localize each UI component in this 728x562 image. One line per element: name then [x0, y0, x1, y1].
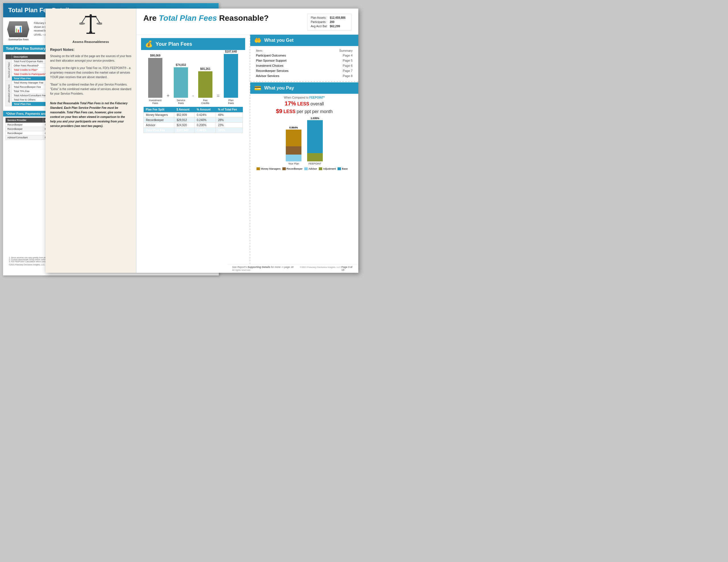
- summarize-label: Summarize Fees: [7, 38, 30, 41]
- stats-row: Avg Acct Bal: $62,299: [311, 24, 348, 28]
- row-name: Advisor: [144, 123, 174, 128]
- svg-point-2: [90, 14, 92, 16]
- bar-service-fees: $74,832 ServiceFees: [171, 63, 191, 105]
- service-bar: [174, 67, 188, 98]
- item-page: Page 8: [322, 73, 355, 78]
- list-item: Participant Outcomes Page 4: [254, 53, 355, 58]
- plus-operator: +: [166, 93, 171, 99]
- item-name: Plan Sponsor Support: [254, 58, 322, 63]
- overlay-page: Assess Reasonableness Report Notes: Show…: [45, 9, 358, 273]
- service-value: $74,832: [176, 63, 186, 67]
- main-header: Are Total Plan Fees Reasonable? Plan Ass…: [137, 9, 358, 35]
- title-plain: Are: [143, 14, 159, 22]
- hex-icon: 📊: [7, 21, 29, 37]
- row-pct-total: 49%: [216, 113, 243, 118]
- plan-fees-bar: [224, 54, 238, 98]
- table-row: Recordkeeper $29,912 0.240% 28%: [144, 118, 243, 123]
- item-page: Page 5: [322, 58, 355, 63]
- plan-assets-label: Plan Assets:: [311, 16, 330, 20]
- feepoint-label: FEEPOINT*: [309, 96, 325, 99]
- item-col-header: Item:: [254, 48, 322, 53]
- svg-rect-0: [90, 16, 92, 32]
- bar-investment-fees: $98,069 InvestmentFees: [146, 54, 165, 105]
- bar-chart: $98,069 InvestmentFees + $74,832 Service…: [143, 53, 243, 105]
- scales-icon: [79, 13, 102, 39]
- svg-point-6: [96, 22, 102, 25]
- row-amount: $52,809: [174, 113, 195, 118]
- supporting-text: See Report's Supporting Details for more…: [232, 266, 294, 269]
- list-item: Investment Choices Page 6: [254, 63, 355, 68]
- hand-icon: 🤲: [254, 37, 261, 44]
- adv-legend-label: Advisor: [309, 167, 317, 170]
- what-you-pay-header: 💳 What you Pay: [250, 82, 358, 94]
- your-plan-fees-header: 💰 Your Plan Fees: [141, 38, 245, 50]
- plan-fee-table-container: Plan Fee Split $ Amount % Amount % of To…: [141, 107, 245, 135]
- mm-swatch: [257, 167, 260, 170]
- adj-legend-label: Adjustment: [323, 167, 336, 170]
- item-page: Page 6: [322, 63, 355, 68]
- row-name: Money Managers: [144, 113, 174, 118]
- right-panels: 🤲 What you Get Item: Summary: [250, 35, 358, 273]
- note-italic: Note that Reasonable Total Plan Fees is …: [50, 101, 131, 129]
- col-pct-total: % of Total Fee: [216, 107, 243, 113]
- plan-stats-table: Plan Assets: $12,459,886 Participants: 2…: [311, 16, 348, 28]
- rk-legend-label: Recordkeeper: [287, 167, 303, 170]
- investment-value: $98,069: [150, 54, 160, 57]
- total-pct-total: 100%: [216, 128, 243, 133]
- list-item: Plan Sponsor Support Page 5: [254, 58, 355, 63]
- svg-point-5: [79, 22, 85, 25]
- what-you-pay-title: What you Pay: [264, 86, 294, 91]
- table-row: Money Managers $52,809 0.424% 49%: [144, 113, 243, 118]
- row-pct-amount: 0.424%: [195, 113, 216, 118]
- title-end: Reasonable?: [217, 14, 269, 22]
- what-you-get-panel: 🤲 What you Get Item: Summary: [250, 35, 358, 81]
- note-3: "Base" is the combined median fee of you…: [50, 82, 131, 96]
- total-amount: $107,640: [174, 128, 195, 133]
- stats-row: Plan Assets: $12,459,886: [311, 16, 348, 20]
- source-label: Source of Fees: [6, 59, 12, 81]
- legend-advisor: Advisor: [304, 167, 317, 170]
- investment-label: InvestmentFees: [149, 99, 162, 105]
- credits-value: $65,261: [200, 67, 210, 71]
- row-amount: $24,920: [174, 123, 195, 128]
- table-header-row: Plan Fee Split $ Amount % Amount % of To…: [144, 107, 243, 113]
- legend-money-managers: Money Managers: [257, 167, 281, 170]
- base-legend-label: Base: [342, 167, 348, 170]
- what-you-get-header: 🤲 What you Get: [250, 35, 358, 46]
- plan-stats-box: Plan Assets: $12,459,886 Participants: 2…: [307, 14, 351, 30]
- item-page: Page 4: [322, 53, 355, 58]
- assess-label: Assess Reasonableness: [73, 40, 109, 43]
- equals-operator: =: [216, 93, 221, 99]
- feepoint-bar-group: 1.035% FEEPOINT: [307, 117, 323, 165]
- what-you-get-title: What you Get: [264, 38, 293, 43]
- row-pct-total: 23%: [216, 123, 243, 128]
- main-body: 💰 Your Plan Fees $98,069 InvestmentFees: [137, 35, 358, 273]
- investment-bar: [148, 58, 162, 98]
- get-header-row: Item: Summary: [254, 48, 355, 53]
- total-fee-row: Total Plan Fee $107,640 0.864% 100%: [144, 128, 243, 133]
- item-name: Participant Outcomes: [254, 53, 322, 58]
- list-item: Advisor Services Page 8: [254, 73, 355, 78]
- footer-bar: See Report's Supporting Details for more…: [227, 264, 358, 273]
- col-split: Plan Fee Split: [144, 107, 174, 113]
- participants-label: Participants:: [311, 20, 330, 24]
- legend-recordkeeper: Recordkeeper: [282, 167, 303, 170]
- mm-bar-seg: [286, 130, 301, 146]
- bar-chart-container: $98,069 InvestmentFees + $74,832 Service…: [141, 50, 245, 106]
- svg-rect-8: [86, 33, 95, 34]
- base-swatch: [338, 167, 341, 170]
- stats-row: Participants: 200: [311, 20, 348, 24]
- base-bar-seg: [307, 120, 323, 153]
- stat-less-1: LESS: [297, 101, 309, 106]
- your-plan-stack: [286, 130, 301, 161]
- minus-operator: -: [191, 93, 195, 99]
- pay-comparison-chart: 0.864% Your Plan 1.035%: [254, 116, 355, 166]
- title-highlight: Total Plan Fees: [159, 14, 217, 22]
- bar-fee-credits: $65,261 FeeCredits: [196, 67, 215, 105]
- svg-rect-7: [89, 32, 92, 33]
- what-you-get-content: Item: Summary Participant Outcomes Page …: [250, 46, 358, 81]
- compared-text: When Compared to FEEPOINT*: [254, 96, 355, 99]
- participants-value: 200: [330, 20, 348, 24]
- your-plan-bar-group: 0.864% Your Plan: [286, 126, 301, 165]
- legend-adjustment: Adjustment: [319, 167, 336, 170]
